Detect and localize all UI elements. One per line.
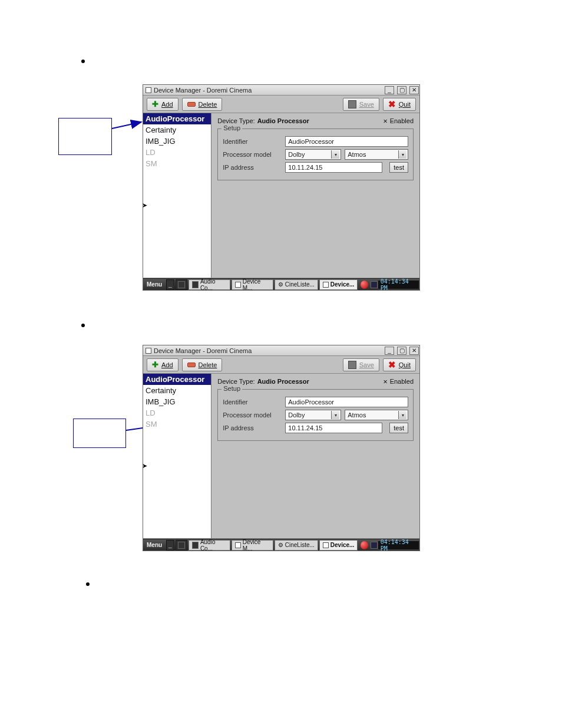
brand-select[interactable]: Dolby▾ [285, 149, 341, 160]
taskbar-tray-icon[interactable]: _ [166, 540, 174, 551]
taskbar-item-device[interactable]: Device... [319, 279, 358, 290]
device-type-label: Device Type: [217, 378, 254, 385]
setup-legend: Setup [222, 124, 242, 131]
minimize-button[interactable]: _ [385, 347, 394, 355]
taskbar-item-devicem[interactable]: Device M... [232, 540, 273, 551]
taskbar-item-cineliste[interactable]: ⚙CineListe... [275, 540, 318, 551]
minus-icon [187, 363, 196, 367]
close-icon: ✖ [388, 360, 396, 370]
taskbar-tray-icon[interactable] [176, 279, 187, 290]
taskbar-item-label: Device M... [243, 539, 270, 552]
test-button[interactable]: test [389, 162, 408, 173]
taskbar-item-label: CineListe... [285, 281, 315, 288]
notification-icon[interactable] [361, 281, 368, 289]
app-icon [323, 282, 329, 288]
device-list[interactable]: AudioProcessor Certainty IMB_JIG LD SM ➤ [143, 113, 211, 278]
taskbar-item-label: Audio Co... [200, 539, 227, 552]
quit-button[interactable]: ✖Quit [383, 358, 416, 371]
save-button[interactable]: Save [343, 358, 379, 371]
taskbar-item-device[interactable]: Device... [319, 540, 358, 551]
enabled-label: Enabled [390, 378, 414, 385]
toolbar: ✚Add Delete Save ✖Quit [143, 95, 419, 113]
add-button[interactable]: ✚Add [147, 98, 178, 111]
callout-box [73, 419, 126, 448]
ip-input[interactable]: 10.11.24.15 [285, 162, 382, 173]
bullet [81, 60, 85, 63]
brand-select-value: Dolby [288, 151, 305, 158]
quit-button[interactable]: ✖Quit [383, 98, 416, 111]
sidebar-item-imbjig[interactable]: IMB_JIG [143, 396, 211, 407]
plus-icon: ✚ [152, 360, 158, 369]
add-button[interactable]: ✚Add [147, 358, 178, 371]
taskbar-item-audio[interactable]: Audio Co... [189, 540, 231, 551]
taskbar-item-label: Device... [330, 542, 355, 548]
sidebar-item-audioprocessor[interactable]: AudioProcessor [143, 374, 211, 385]
add-button-label: Add [161, 101, 173, 108]
brand-select[interactable]: Dolby▾ [285, 410, 341, 420]
close-icon: ✖ [388, 99, 396, 110]
callout-box [58, 118, 112, 155]
sidebar-item-ld[interactable]: LD [143, 147, 211, 158]
bullet [81, 324, 85, 327]
ip-input[interactable]: 10.11.24.15 [285, 423, 382, 433]
enabled-checkbox[interactable]: ✕ [383, 117, 387, 125]
maximize-button[interactable]: ▢ [397, 347, 406, 355]
device-type-value: Audio Processor [257, 378, 309, 385]
taskbar-item-devicem[interactable]: Device M... [232, 279, 273, 290]
ip-value: 10.11.24.15 [288, 164, 322, 171]
test-button[interactable]: test [389, 423, 408, 433]
disk-icon [348, 100, 356, 108]
model-select[interactable]: Atmos▾ [345, 149, 408, 160]
device-list[interactable]: AudioProcessor Certainty IMB_JIG LD SM ➤ [143, 374, 211, 538]
close-button[interactable]: ✕ [409, 86, 419, 94]
taskbar-item-label: CineListe... [285, 542, 315, 548]
identifier-value: AudioProcessor [288, 398, 334, 406]
identifier-input[interactable]: AudioProcessor [285, 397, 408, 407]
titlebar[interactable]: Device Manager - Doremi Cinema _ ▢ ✕ [143, 345, 419, 356]
delete-button[interactable]: Delete [182, 358, 223, 371]
chevron-down-icon: ▾ [398, 411, 406, 419]
close-button[interactable]: ✕ [409, 347, 419, 355]
tray-icon[interactable] [371, 281, 377, 288]
app-icon [323, 542, 329, 548]
ip-label: IP address [223, 164, 282, 171]
detail-panel: Device Type: Audio Processor ✕ Enabled S… [211, 113, 419, 278]
app-icon: ⚙ [278, 542, 283, 548]
tray-icon [178, 281, 185, 288]
identifier-input[interactable]: AudioProcessor [285, 136, 408, 147]
save-button[interactable]: Save [343, 98, 379, 111]
chevron-down-icon: ▾ [398, 150, 406, 159]
sidebar-item-imbjig[interactable]: IMB_JIG [143, 136, 211, 147]
delete-button[interactable]: Delete [182, 98, 223, 111]
taskbar-item-cineliste[interactable]: ⚙CineListe... [275, 279, 318, 290]
model-select[interactable]: Atmos▾ [345, 410, 408, 420]
notification-icon[interactable] [361, 541, 368, 549]
taskbar-tray-icon[interactable] [176, 540, 187, 551]
sidebar-item-certainty[interactable]: Certainty [143, 124, 211, 136]
delete-button-label: Delete [199, 101, 217, 108]
identifier-label: Identifier [223, 398, 282, 406]
menu-button[interactable]: Menu [143, 281, 166, 288]
enabled-checkbox[interactable]: ✕ [383, 377, 387, 386]
sidebar-item-ld[interactable]: LD [143, 407, 211, 419]
menu-button[interactable]: Menu [143, 542, 166, 548]
tray-icon[interactable] [371, 542, 377, 549]
setup-fieldset: Setup Identifier AudioProcessor Processo… [217, 129, 414, 180]
maximize-button[interactable]: ▢ [397, 86, 406, 94]
quit-button-label: Quit [399, 361, 411, 368]
sidebar-item-certainty[interactable]: Certainty [143, 385, 211, 396]
model-select-value: Atmos [348, 151, 366, 158]
detail-panel: Device Type: Audio Processor ✕ Enabled S… [211, 374, 419, 538]
minimize-button[interactable]: _ [385, 86, 394, 94]
taskbar-tray-icon[interactable]: _ [166, 279, 174, 290]
sidebar-item-audioprocessor[interactable]: AudioProcessor [143, 113, 211, 124]
taskbar-item-label: Audio Co... [200, 278, 227, 291]
device-manager-window: Device Manager - Doremi Cinema _ ▢ ✕ ✚Ad… [143, 84, 420, 291]
sidebar-item-sm[interactable]: SM [143, 158, 211, 169]
taskbar-item-audio[interactable]: Audio Co... [189, 279, 231, 290]
processor-model-label: Processor model [223, 151, 282, 158]
window-title: Device Manager - Doremi Cinema [154, 87, 252, 94]
sidebar-item-sm[interactable]: SM [143, 419, 211, 430]
test-button-label: test [394, 424, 404, 431]
titlebar[interactable]: Device Manager - Doremi Cinema _ ▢ ✕ [143, 85, 419, 95]
